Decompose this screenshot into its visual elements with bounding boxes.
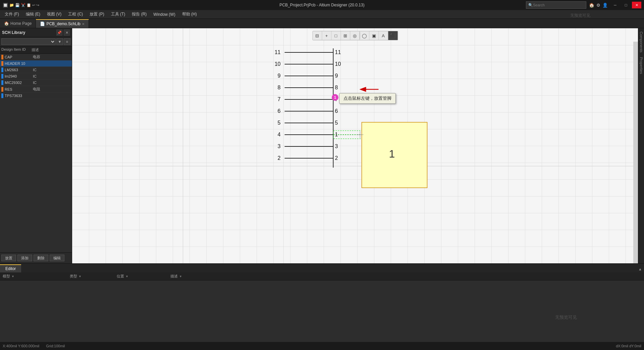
components-panel-tab[interactable]: Components: [639, 30, 644, 54]
editor-table-header: 模型 ▼ 类型 ▼ 位置 ▼ 描述 ▼ 无预览可见: [0, 272, 644, 280]
svg-text:7: 7: [278, 96, 281, 102]
menu-item-reports[interactable]: 报告 (R): [128, 10, 150, 18]
toolbar-grid-btn[interactable]: ⊞: [341, 31, 350, 40]
edit-button[interactable]: 编辑: [50, 255, 64, 261]
menu-item-tools[interactable]: 工具 (T): [108, 10, 129, 18]
minimize-button[interactable]: ─: [610, 2, 620, 8]
lib-row-LM2663[interactable]: LM2663 IC: [0, 67, 72, 73]
editor-scroll-right[interactable]: ▲: [636, 266, 644, 272]
svg-text:5: 5: [335, 120, 338, 126]
toolbar-add-pin-btn[interactable]: +: [322, 31, 331, 40]
svg-text:6: 6: [335, 108, 338, 114]
delta-label: dX:0mil dY:0mil: [616, 344, 641, 348]
panel-title: SCH Library: [2, 30, 55, 35]
close-button[interactable]: ✕: [632, 2, 641, 8]
toolbar-rect-btn[interactable]: □: [331, 31, 341, 40]
svg-text:8: 8: [335, 85, 338, 90]
app-title: PCB_Project.PrjPcb - Altium Designer (20…: [279, 3, 364, 7]
left-panel: SCH Library 📌 ✕ ▼ ≡ Design Item ID 描述 CA…: [0, 28, 72, 263]
editor-tab[interactable]: Editor: [0, 264, 21, 272]
search-input[interactable]: [533, 3, 584, 7]
gear-icon[interactable]: ⚙: [596, 3, 600, 8]
schematic-svg: 11 10 9 8 7 6 5 4 3: [72, 28, 638, 263]
no-preview-label: 无预览可见: [570, 13, 590, 18]
tab-close-schlib[interactable]: ✕: [82, 22, 85, 26]
search-box[interactable]: 🔍: [526, 1, 586, 9]
canvas-area[interactable]: ⊟ + □ ⊞ ◎ ◯ ▣ A ⬛ 11 10 9: [72, 28, 638, 263]
sort-arrow-type: ▼: [78, 275, 82, 278]
coords-label: X:400mil Y:600.000mil: [3, 344, 39, 348]
svg-text:10: 10: [335, 61, 341, 67]
menubar: 文件 (F)编辑 (E)视图 (V)工程 (C)放置 (P)工具 (T)报告 (…: [0, 10, 644, 19]
add-button[interactable]: 添加: [17, 255, 32, 261]
lib-row-indicator: [1, 61, 3, 66]
window-controls: ─ □ ✕: [610, 2, 641, 8]
toolbar-text-btn[interactable]: A: [379, 31, 388, 40]
lib-table: CAP 电容 HEADER 10 LM2663 IC lm2940 IC MIC…: [0, 54, 72, 252]
home-icon[interactable]: 🏠: [589, 3, 594, 8]
vertical-scrollbar[interactable]: [633, 42, 638, 263]
lib-row-id: TPS73633: [5, 94, 33, 98]
editor-col-model: 模型 ▼: [3, 274, 70, 279]
lib-row-TPS73633[interactable]: TPS73633: [0, 93, 72, 99]
lib-row-HEADER-10[interactable]: HEADER 10: [0, 60, 72, 67]
tab-label-home: Home Page: [10, 21, 32, 26]
col-header-desc: 描述: [32, 47, 70, 52]
svg-text:4: 4: [278, 132, 281, 137]
lib-row-id: lm2940: [5, 74, 33, 78]
lib-row-lm2940[interactable]: lm2940 IC: [0, 73, 72, 80]
toolbar-filter-btn[interactable]: ⊟: [313, 31, 322, 40]
svg-text:1: 1: [389, 148, 395, 160]
toolbar-target-btn[interactable]: ◎: [350, 31, 360, 40]
tooltip-badge: 1: [332, 94, 338, 101]
menu-item-help[interactable]: 帮助 (H): [179, 10, 200, 18]
status-bar: X:400mil Y:600.000mil Grid:100mil dX:0mi…: [0, 342, 644, 350]
svg-text:9: 9: [335, 73, 338, 79]
svg-text:5: 5: [278, 120, 281, 126]
lib-row-indicator: [1, 74, 3, 79]
panel-header: SCH Library 📌 ✕: [0, 28, 72, 37]
svg-text:11: 11: [275, 49, 281, 55]
toolbar-filled-btn[interactable]: ⬛: [388, 31, 397, 40]
menu-item-project[interactable]: 工程 (C): [65, 10, 86, 18]
canvas-toolbar: ⊟ + □ ⊞ ◎ ◯ ▣ A ⬛: [312, 31, 398, 40]
svg-text:2: 2: [278, 155, 281, 161]
filter-menu-button[interactable]: ▼: [56, 38, 63, 45]
filter-select[interactable]: [1, 38, 56, 45]
tab-schlib[interactable]: 📄PCB_demo.SchLib✕: [36, 19, 89, 28]
svg-text:2: 2: [335, 155, 338, 161]
panel-pin-button[interactable]: 📌: [56, 30, 62, 36]
toolbar-fillrect-btn[interactable]: ▣: [369, 31, 379, 40]
place-button[interactable]: 放置: [1, 255, 16, 261]
toolbar-ellipse-btn[interactable]: ◯: [360, 31, 369, 40]
menu-item-file[interactable]: 文件 (F): [1, 10, 22, 18]
menu-item-window[interactable]: Window (W): [150, 11, 178, 18]
filter-options-button[interactable]: ≡: [64, 38, 70, 45]
svg-text:9: 9: [278, 73, 281, 79]
properties-panel-tab[interactable]: Properties: [639, 55, 644, 76]
svg-text:1: 1: [335, 132, 338, 137]
menu-item-place[interactable]: 放置 (P): [86, 10, 107, 18]
grid-label: Grid:100mil: [46, 344, 65, 348]
menu-item-view[interactable]: 视图 (V): [44, 10, 65, 18]
tab-icon-home: 🏠: [4, 21, 9, 26]
lib-row-indicator: [1, 80, 3, 85]
tab-label-schlib: PCB_demo.SchLib: [46, 21, 80, 26]
lib-row-RES[interactable]: RES 电阻: [0, 86, 72, 93]
delete-button[interactable]: 删除: [34, 255, 48, 261]
lib-row-indicator: [1, 55, 3, 59]
maximize-button[interactable]: □: [621, 2, 631, 8]
lib-row-id: HEADER 10: [5, 61, 33, 65]
lib-row-indicator: [1, 87, 3, 92]
editor-tab-row: Editor ▲: [0, 264, 644, 272]
menu-item-edit[interactable]: 编辑 (E): [22, 10, 44, 18]
right-panel-strip: Components Properties: [638, 28, 644, 263]
lib-row-desc: 电容: [33, 54, 70, 59]
lib-row-desc: IC: [33, 81, 70, 85]
lib-row-MIC29302[interactable]: MIC29302 IC: [0, 80, 72, 86]
user-icon[interactable]: 👤: [602, 3, 608, 8]
tab-home[interactable]: 🏠Home Page: [0, 19, 36, 28]
tab-row: 🏠Home Page📄PCB_demo.SchLib✕: [0, 19, 644, 28]
lib-row-CAP[interactable]: CAP 电容: [0, 54, 72, 60]
panel-close-button[interactable]: ✕: [64, 30, 70, 36]
